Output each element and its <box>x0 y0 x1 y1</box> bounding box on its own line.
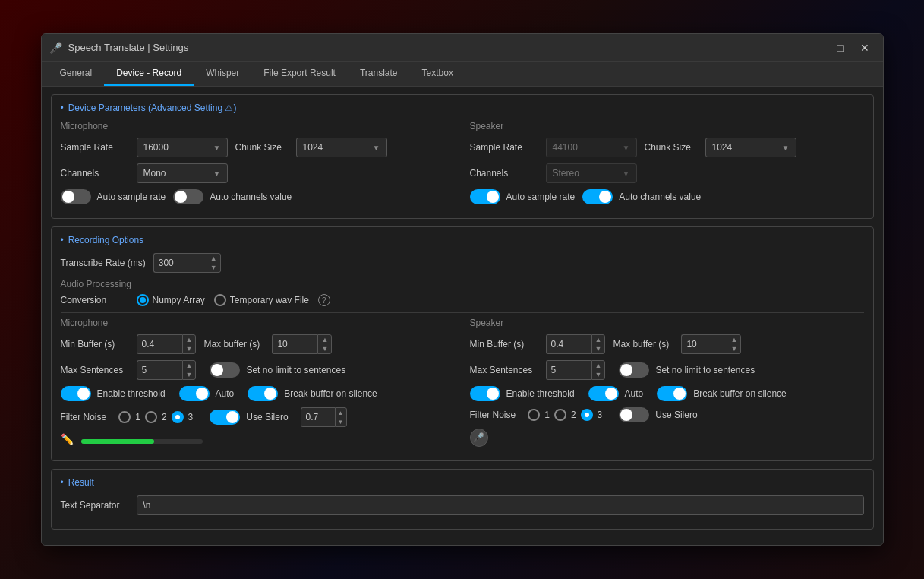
mic-max-sentences-arrows: ▲ ▼ <box>182 360 197 380</box>
mic-min-buffer-up[interactable]: ▲ <box>183 335 196 344</box>
mic-min-buffer-down[interactable]: ▼ <box>183 344 196 353</box>
mic-max-sentences-up[interactable]: ▲ <box>183 361 196 370</box>
mic-recording-label: Microphone <box>61 318 455 328</box>
mic-enable-threshold-toggle[interactable]: Enable threshold <box>61 386 166 401</box>
spk-filter-noise-3[interactable] <box>581 409 593 421</box>
mic-min-buffer-input-group: ▲ ▼ <box>137 334 197 354</box>
window-title: Speech Translate | Settings <box>68 42 806 53</box>
mic-use-silero-toggle[interactable]: Use Silero <box>210 410 288 425</box>
device-params-title: Device Parameters (Advanced Setting ⚠) <box>61 103 864 113</box>
mic-progress-bar <box>81 439 203 444</box>
transcribe-rate-down[interactable]: ▼ <box>207 263 220 272</box>
spk-chunk-size-select[interactable]: 1024 ▼ <box>705 138 796 157</box>
mic-max-buffer-up[interactable]: ▲ <box>318 335 331 344</box>
mic-channels-select[interactable]: Mono ▼ <box>137 163 228 183</box>
spk-use-silero-label: Use Silero <box>655 410 697 420</box>
text-separator-input[interactable] <box>137 495 864 515</box>
spk-max-buffer-input[interactable] <box>681 334 727 354</box>
spk-enable-threshold-toggle[interactable]: Enable threshold <box>470 386 575 401</box>
conversion-numpy-radio[interactable] <box>137 294 149 306</box>
mic-max-buffer-down[interactable]: ▼ <box>318 344 331 353</box>
spk-auto-sample-toggle[interactable]: Auto sample rate <box>470 189 576 204</box>
spk-auto-channels-toggle[interactable]: Auto channels value <box>582 189 701 204</box>
mic-max-sentences-input[interactable] <box>137 360 182 380</box>
spk-min-buffer-input[interactable] <box>546 334 591 354</box>
tab-whisper[interactable]: Whisper <box>194 62 251 86</box>
minimize-button[interactable]: — <box>806 39 827 57</box>
mic-min-buffer-input[interactable] <box>137 334 182 354</box>
mic-silero-input-group: ▲ ▼ <box>301 407 347 427</box>
spk-max-buffer-up[interactable]: ▲ <box>727 335 740 344</box>
maximize-button[interactable]: □ <box>830 39 851 57</box>
tab-textbox[interactable]: Textbox <box>410 62 465 86</box>
spk-auto-toggle[interactable]: Auto <box>588 386 644 401</box>
conversion-wav-radio[interactable] <box>214 294 226 306</box>
mic-max-buffer-input[interactable] <box>272 334 317 354</box>
mic-max-sentences-down[interactable]: ▼ <box>183 370 196 379</box>
mic-sample-rate-select[interactable]: 16000 ▼ <box>137 138 228 157</box>
spk-break-buffer-toggle[interactable]: Break buffer on silence <box>657 386 787 401</box>
mic-auto-channels-toggle[interactable]: Auto channels value <box>173 189 292 204</box>
tab-general[interactable]: General <box>48 62 105 86</box>
tab-device-record[interactable]: Device - Record <box>104 62 194 86</box>
mic-silero-up[interactable]: ▲ <box>336 408 346 417</box>
spk-filter-noise-1[interactable] <box>528 409 540 421</box>
close-button[interactable]: ✕ <box>854 39 875 57</box>
microphone-label: Microphone <box>61 121 455 131</box>
mic-filter-noise-2-label: 2 <box>162 412 167 422</box>
spk-max-sentences-down[interactable]: ▼ <box>592 370 605 379</box>
mic-filter-noise-1[interactable] <box>118 411 131 423</box>
spk-filter-noise-2[interactable] <box>554 409 566 421</box>
result-title: Result <box>61 477 864 488</box>
spk-use-silero-toggle[interactable]: Use Silero <box>619 407 697 422</box>
spk-channels-select[interactable]: Stereo ▼ <box>546 163 637 183</box>
mic-auto-toggle[interactable]: Auto <box>179 386 235 401</box>
mic-silero-down[interactable]: ▼ <box>336 417 346 426</box>
spk-recording-label: Speaker <box>470 318 864 328</box>
conversion-numpy[interactable]: Numpy Array <box>137 294 205 306</box>
audio-processing-label: Audio Processing <box>61 279 864 290</box>
spk-max-sentences-input[interactable] <box>546 360 591 380</box>
microphone-col: Microphone Sample Rate 16000 ▼ Chunk Siz… <box>61 121 455 210</box>
conversion-help-icon[interactable]: ? <box>318 294 330 306</box>
transcribe-rate-arrows: ▲ ▼ <box>207 253 221 273</box>
spk-filter-noise-1-label: 1 <box>544 410 550 420</box>
spk-threshold-row: Enable threshold Auto Brea <box>470 386 864 401</box>
spk-mic-icon[interactable]: 🎤 <box>470 429 488 447</box>
conversion-wav[interactable]: Temporary wav File <box>214 294 309 306</box>
spk-max-sentences-up[interactable]: ▲ <box>592 361 605 370</box>
spk-sample-rate-select[interactable]: 44100 ▼ <box>546 138 637 157</box>
window-controls: — □ ✕ <box>806 39 875 57</box>
spk-channels-row: Channels Stereo ▼ <box>470 163 864 183</box>
transcribe-rate-input[interactable] <box>153 253 207 273</box>
mic-max-sentences-label: Max Sentences <box>61 365 129 375</box>
mic-sample-rate-row: Sample Rate 16000 ▼ Chunk Size 1024 ▼ <box>61 138 455 157</box>
mic-auto-sample-toggle[interactable]: Auto sample rate <box>61 189 166 204</box>
mic-max-sentences-input-group: ▲ ▼ <box>137 360 197 380</box>
transcribe-rate-up[interactable]: ▲ <box>207 254 220 263</box>
spk-min-buffer-input-group: ▲ ▼ <box>546 334 606 354</box>
mic-silero-input[interactable] <box>301 407 335 427</box>
result-section: Result Text Separator <box>51 469 874 530</box>
spk-min-buffer-up[interactable]: ▲ <box>592 335 605 344</box>
mic-auto-row: Auto sample rate Auto channels value <box>61 189 455 204</box>
spk-no-limit-toggle[interactable]: Set no limit to sentences <box>619 362 755 378</box>
mic-filter-noise-1-label: 1 <box>135 412 140 422</box>
mic-filter-noise-options: 1 2 3 <box>118 411 193 423</box>
mic-max-buffer-arrows: ▲ ▼ <box>317 334 332 354</box>
mic-filter-noise-2[interactable] <box>145 411 157 423</box>
spk-max-buffer-label: Max buffer (s) <box>613 339 673 350</box>
mic-chunk-size-select[interactable]: 1024 ▼ <box>296 138 387 157</box>
spk-min-buffer-down[interactable]: ▼ <box>592 344 605 353</box>
spk-max-buffer-arrows: ▲ ▼ <box>727 334 741 354</box>
mic-no-limit-toggle[interactable]: Set no limit to sentences <box>210 362 345 378</box>
mic-break-buffer-toggle[interactable]: Break buffer on silence <box>248 386 377 401</box>
tab-file-export[interactable]: File Export Result <box>251 62 348 86</box>
tab-translate[interactable]: Translate <box>348 62 410 86</box>
spk-max-sentences-label: Max Sentences <box>470 365 538 375</box>
conversion-options: Numpy Array Temporary wav File ? <box>137 294 330 306</box>
mic-max-buffer-input-group: ▲ ▼ <box>272 334 332 354</box>
spk-max-buffer-down[interactable]: ▼ <box>727 344 740 353</box>
mic-channels-row: Channels Mono ▼ <box>61 163 455 183</box>
mic-filter-noise-3[interactable] <box>172 411 184 423</box>
